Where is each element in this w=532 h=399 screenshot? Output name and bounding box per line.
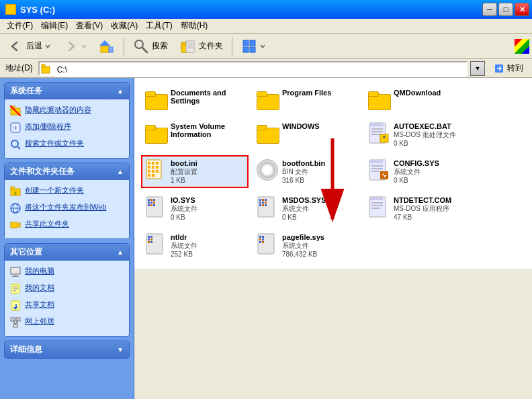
- system-tasks-header[interactable]: 系统任务 ▲: [5, 83, 129, 99]
- folders-button[interactable]: 文件夹: [175, 36, 228, 57]
- go-button[interactable]: 转到: [488, 60, 529, 76]
- list-item[interactable]: ntldr 系统文件 252 KB: [141, 229, 249, 262]
- list-item[interactable]: WINDOWS: [253, 118, 360, 151]
- sys-icon: [145, 196, 167, 218]
- file-name: System Volume Information: [171, 122, 245, 138]
- list-item[interactable]: MSDOS.SYS 系统文件 0 KB: [253, 192, 360, 225]
- search-files-link[interactable]: 搜索文件或文件夹: [7, 137, 126, 151]
- maximize-button[interactable]: □: [498, 3, 513, 16]
- svg-rect-98: [148, 238, 150, 240]
- file-tasks-header[interactable]: 文件和文件夹任务 ▲: [5, 163, 129, 180]
- new-folder-link[interactable]: + 创建一个新文件夹: [7, 184, 126, 198]
- add-remove-link[interactable]: + 添加/删除程序: [7, 120, 126, 134]
- list-item[interactable]: NTDETECT.COM MS-DOS 应用程序 47 KB: [364, 192, 472, 225]
- file-name: IO.SYS: [171, 196, 245, 204]
- ntldr-icon: [145, 233, 167, 255]
- address-bar: 地址(D) C:\ ▼ 转到: [0, 59, 532, 78]
- svg-rect-106: [259, 241, 261, 243]
- file-desc: 系统文件: [282, 204, 356, 214]
- details-chevron: ▼: [117, 346, 124, 353]
- file-desc: MS-DOS 应用程序: [394, 204, 468, 214]
- svg-rect-57: [148, 166, 150, 169]
- svg-rect-42: [13, 324, 17, 327]
- minimize-button[interactable]: ─: [482, 3, 497, 16]
- other-places-chevron: ▲: [117, 249, 124, 256]
- list-item[interactable]: Program Files: [253, 85, 360, 114]
- up-button[interactable]: [94, 36, 120, 57]
- search-btn-icon: [133, 38, 149, 54]
- svg-rect-86: [262, 202, 264, 204]
- menu-edit[interactable]: 编辑(E): [37, 19, 72, 33]
- my-docs-link[interactable]: 我的文档: [7, 281, 126, 296]
- file-desc: 系统文件: [282, 241, 356, 251]
- list-item[interactable]: System Volume Information: [141, 118, 249, 151]
- file-desc: 系统文件: [171, 204, 245, 214]
- file-area: Documents and Settings Program Files QMD…: [134, 78, 532, 269]
- list-item[interactable]: CONFIG.SYS 系统文件 0 KB: [364, 155, 472, 188]
- svg-rect-46: [369, 123, 383, 126]
- svg-rect-55: [152, 162, 154, 165]
- menu-favorites[interactable]: 收藏(A): [107, 19, 142, 33]
- svg-point-23: [11, 140, 18, 147]
- other-places-content: 我的电脑 我的文档 共享文档: [5, 261, 129, 336]
- menu-file[interactable]: 文件(F): [3, 19, 37, 33]
- svg-rect-33: [13, 274, 17, 276]
- network-link[interactable]: 网上邻居: [7, 315, 126, 329]
- folders-icon: [180, 38, 196, 54]
- menu-help[interactable]: 帮助(H): [177, 19, 212, 33]
- shared-docs-link[interactable]: 共享文档: [7, 298, 126, 312]
- svg-rect-63: [148, 174, 150, 177]
- view-button[interactable]: [236, 36, 270, 57]
- share-folder-link[interactable]: 共享此文件夹: [7, 218, 126, 232]
- file-area-wrapper: Documents and Settings Program Files QMD…: [134, 78, 532, 399]
- search-button[interactable]: 搜索: [128, 36, 173, 57]
- file-name: NTDETECT.COM: [394, 196, 468, 204]
- other-places-header[interactable]: 其它位置 ▲: [5, 244, 129, 261]
- addremove-icon: +: [10, 122, 21, 133]
- list-item[interactable]: boot.ini 配置设置 1 KB: [141, 155, 249, 188]
- folder-icon: [257, 122, 278, 144]
- publish-web-link[interactable]: 将这个文件夹发布到Web: [7, 201, 126, 215]
- mydocs-icon: [10, 283, 21, 294]
- address-label: 地址(D): [3, 62, 36, 74]
- list-item[interactable]: bootfont.bin BIN 文件 316 KB: [253, 155, 360, 188]
- svg-rect-109: [262, 241, 264, 243]
- ntdetect-icon: [368, 196, 390, 218]
- svg-rect-76: [150, 202, 152, 204]
- list-item[interactable]: IO.SYS 系统文件 0 KB: [141, 192, 249, 225]
- file-size: 0 KB: [394, 177, 468, 184]
- hide-drive-link[interactable]: 隐藏此驱动器的内容: [7, 103, 126, 118]
- file-name: Program Files: [282, 89, 356, 97]
- address-input[interactable]: C:\: [54, 62, 466, 77]
- svg-rect-107: [262, 236, 264, 238]
- file-tasks-section: 文件和文件夹任务 ▲ + 创建一个新文件夹 将这个文件夹发布到Web: [4, 163, 130, 239]
- share-icon: [10, 220, 21, 230]
- file-name: MSDOS.SYS: [282, 196, 356, 204]
- file-size: 316 KB: [282, 177, 356, 184]
- forward-button[interactable]: [58, 36, 91, 57]
- system-tasks-chevron: ▲: [117, 87, 124, 95]
- list-item[interactable]: pagefile.sys 系统文件 786,432 KB: [253, 229, 360, 262]
- file-desc: 系统文件: [394, 167, 468, 177]
- svg-rect-108: [262, 238, 264, 240]
- svg-rect-12: [250, 40, 255, 46]
- svg-rect-100: [150, 236, 152, 238]
- svg-rect-101: [150, 238, 152, 240]
- details-header[interactable]: 详细信息 ▼: [5, 341, 129, 358]
- svg-rect-102: [150, 241, 152, 243]
- address-dropdown[interactable]: ▼: [470, 61, 485, 76]
- network-icon: [10, 317, 21, 328]
- svg-rect-32: [11, 267, 20, 274]
- file-desc: 系统文件: [171, 241, 245, 251]
- svg-rect-0: [101, 46, 109, 52]
- file-desc: 配置设置: [171, 167, 245, 177]
- back-button[interactable]: 后退: [3, 36, 55, 57]
- file-name: Documents and Settings: [171, 89, 245, 105]
- list-item[interactable]: AUTOEXEC.BAT MS-DOS 批处理文件 0 KB: [364, 118, 472, 151]
- menu-view[interactable]: 查看(V): [72, 19, 107, 33]
- close-button[interactable]: ✕: [515, 3, 529, 16]
- my-computer-link[interactable]: 我的电脑: [7, 265, 126, 279]
- menu-tools[interactable]: 工具(T): [142, 19, 176, 33]
- list-item[interactable]: Documents and Settings: [141, 85, 249, 114]
- list-item[interactable]: QMDownload: [364, 85, 472, 114]
